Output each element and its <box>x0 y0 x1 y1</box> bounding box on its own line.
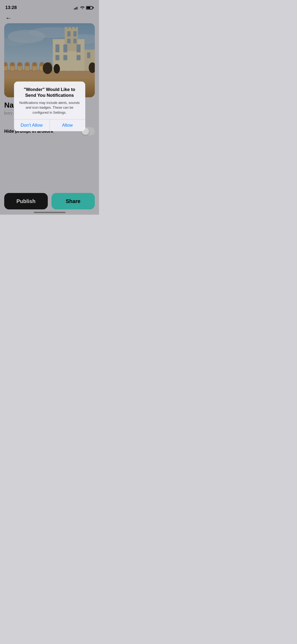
dont-allow-button[interactable]: Don't Allow <box>14 119 50 131</box>
dialog-buttons: Don't Allow Allow <box>14 119 85 131</box>
notification-dialog: "Wonder" Would Like to Send You Notifica… <box>14 81 85 131</box>
dialog-content: "Wonder" Would Like to Send You Notifica… <box>14 81 85 119</box>
dialog-message: Notifications may include alerts, sounds… <box>18 101 81 115</box>
dialog-title: "Wonder" Would Like to Send You Notifica… <box>18 87 81 98</box>
allow-button[interactable]: Allow <box>50 119 85 131</box>
